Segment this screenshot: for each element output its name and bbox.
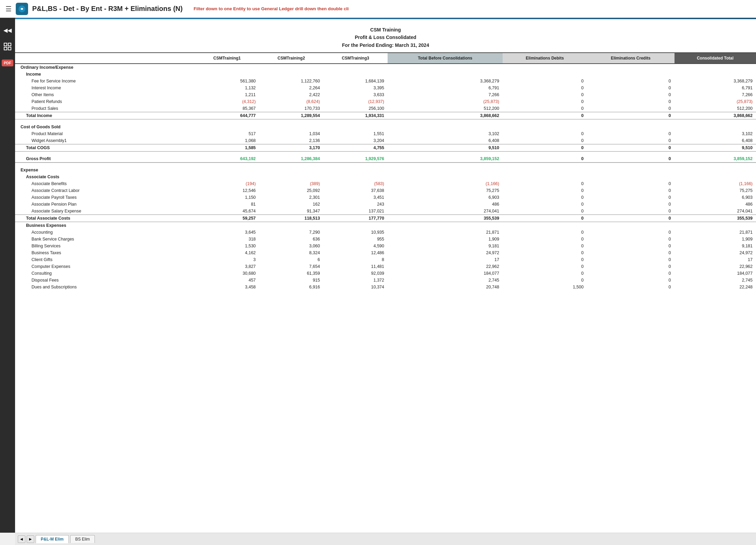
row-value: 0 <box>587 256 674 263</box>
table-row: Associate Contract Labor12,54625,09237,6… <box>15 187 756 194</box>
row-value: 3,859,152 <box>388 155 503 163</box>
row-value: 0 <box>587 215 674 222</box>
row-value: 1,929,576 <box>323 155 388 163</box>
rewind-icon[interactable]: ◀◀ <box>2 25 13 36</box>
row-value: 1,684,139 <box>323 78 388 85</box>
row-value: 486 <box>675 201 756 208</box>
row-value: 7,266 <box>675 91 756 98</box>
row-value <box>195 222 259 229</box>
row-label: Consulting <box>15 270 195 277</box>
row-value: 1,372 <box>323 277 388 284</box>
row-label: Patient Refunds <box>15 98 195 105</box>
row-value: (389) <box>259 180 324 187</box>
row-value <box>323 124 388 130</box>
row-value: 6,903 <box>675 194 756 201</box>
row-value: 0 <box>587 187 674 194</box>
row-value <box>587 64 674 71</box>
row-value: 0 <box>587 137 674 144</box>
row-value: 137,021 <box>323 208 388 215</box>
row-value: 0 <box>503 137 587 144</box>
tab-prev-button[interactable]: ◀ <box>18 535 25 543</box>
main-content: CSM Training Profit & Loss Consolidated … <box>15 18 756 533</box>
top-bar: ☰ P&L,BS - Det - By Ent - R3M + Eliminat… <box>0 0 756 18</box>
tab-next-button[interactable]: ▶ <box>27 535 34 543</box>
row-label: Widget Assembly1 <box>15 137 195 144</box>
table-row: Cost of Goods Sold <box>15 124 756 130</box>
row-label: Total COGS <box>15 144 195 151</box>
row-value: 355,539 <box>388 215 503 222</box>
row-value: 22,962 <box>388 263 503 270</box>
row-value: 0 <box>503 78 587 85</box>
tab-bs-elim[interactable]: BS Elim <box>70 535 95 543</box>
col-header-label <box>15 53 195 64</box>
hamburger-icon[interactable]: ☰ <box>5 5 12 13</box>
table-row: Associate Benefits(194)(389)(583)(1,166)… <box>15 180 756 187</box>
row-value: 0 <box>503 229 587 236</box>
row-value: 512,200 <box>675 105 756 112</box>
row-value <box>587 124 674 130</box>
row-value: (194) <box>195 180 259 187</box>
row-label: Associate Contract Labor <box>15 187 195 194</box>
row-value <box>259 64 324 71</box>
row-value: 22,962 <box>675 263 756 270</box>
table-row: Dues and Subscriptions3,4586,91610,37420… <box>15 284 756 290</box>
row-value: 0 <box>503 187 587 194</box>
table-row: Associate Payroll Taxes1,1502,3013,4516,… <box>15 194 756 201</box>
row-value: 0 <box>503 277 587 284</box>
row-value: 1,068 <box>195 137 259 144</box>
row-value: 162 <box>259 201 324 208</box>
tab-pl-m-elim[interactable]: P&L-M Elim <box>36 535 69 543</box>
report-table: CSMTraining1 CSMTraining2 CSMTraining3 T… <box>15 52 756 290</box>
row-value <box>323 222 388 229</box>
row-value: 0 <box>587 208 674 215</box>
row-label: Ordinary Income/Expense <box>15 64 195 71</box>
row-value: 636 <box>259 236 324 243</box>
row-value: 0 <box>587 85 674 91</box>
row-label: Client Gifts <box>15 256 195 263</box>
row-value: 7,266 <box>388 91 503 98</box>
row-value: 0 <box>503 243 587 249</box>
row-value: 1,211 <box>195 91 259 98</box>
row-value: 2,136 <box>259 137 324 144</box>
row-value: 0 <box>587 91 674 98</box>
table-row: Billing Services1,5303,0604,5909,181009,… <box>15 243 756 249</box>
row-value: 0 <box>503 256 587 263</box>
table-row: Product Material5171,0341,5513,102003,10… <box>15 130 756 137</box>
row-value: 3,633 <box>323 91 388 98</box>
row-value: 274,041 <box>388 208 503 215</box>
row-label: Interest Income <box>15 85 195 91</box>
row-value: 0 <box>587 277 674 284</box>
row-value: 0 <box>503 130 587 137</box>
row-value <box>259 167 324 173</box>
report-period: For the Period Ending: March 31, 2024 <box>15 41 756 49</box>
row-value: 0 <box>587 236 674 243</box>
row-label: Income <box>15 71 195 78</box>
row-value: 81 <box>195 201 259 208</box>
row-value: 1,034 <box>259 130 324 137</box>
row-value: 0 <box>503 236 587 243</box>
row-label: Bank Service Charges <box>15 236 195 243</box>
row-value: 0 <box>503 208 587 215</box>
row-value: 118,513 <box>259 215 324 222</box>
pdf-icon[interactable]: PDF <box>2 57 13 68</box>
row-value: 512,200 <box>388 105 503 112</box>
table-row: Total COGS1,5853,1704,7559,510009,510 <box>15 144 756 151</box>
table-row: Associate Costs <box>15 173 756 180</box>
row-value: (4,312) <box>195 98 259 105</box>
row-value: 0 <box>503 98 587 105</box>
row-value <box>503 167 587 173</box>
row-value: 61,359 <box>259 270 324 277</box>
row-value <box>503 222 587 229</box>
row-label: Associate Pension Plan <box>15 201 195 208</box>
row-value: 59,257 <box>195 215 259 222</box>
row-value: 184,077 <box>388 270 503 277</box>
row-value: 0 <box>503 91 587 98</box>
grid-icon[interactable] <box>2 41 13 52</box>
row-value: 0 <box>587 78 674 85</box>
row-value: 0 <box>587 249 674 256</box>
row-value: 0 <box>587 284 674 290</box>
row-value: 1,530 <box>195 243 259 249</box>
row-value <box>503 64 587 71</box>
row-label: Product Sales <box>15 105 195 112</box>
row-value: 3,395 <box>323 85 388 91</box>
